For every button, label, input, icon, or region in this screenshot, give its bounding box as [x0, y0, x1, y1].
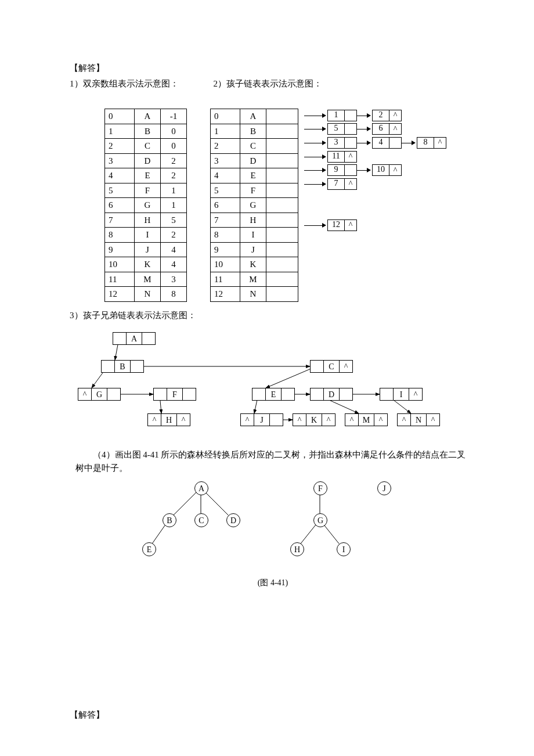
- table-cell: H: [240, 213, 266, 228]
- table-cell: 9: [211, 242, 240, 257]
- table-cell: H: [135, 213, 161, 228]
- cs-node: C^: [310, 360, 353, 373]
- table-cell: B: [135, 124, 161, 139]
- table-cell: A: [135, 109, 161, 124]
- arrow-icon: [304, 218, 327, 232]
- table-cell: D: [135, 153, 161, 168]
- table-cell: M: [135, 272, 161, 287]
- table-cell: 0: [161, 139, 187, 154]
- tree-node: C: [194, 513, 208, 527]
- chain-row: [304, 191, 446, 205]
- table-cell: N: [135, 287, 161, 302]
- subheading-3: 3）孩子兄弟链表表示法示意图：: [70, 309, 476, 322]
- svg-line-5: [266, 366, 316, 388]
- table-cell: [266, 183, 298, 198]
- figure-caption: (图 4-41): [70, 577, 476, 589]
- table-cell: G: [135, 198, 161, 213]
- table-cell: J: [135, 242, 161, 257]
- child-sibling-diagram: ABC^^GFEDI^^H^^J^K^^M^^N^: [78, 332, 484, 442]
- chain-node: 3: [327, 137, 357, 149]
- table-cell: [266, 139, 298, 154]
- cs-node: ^J: [240, 413, 283, 426]
- table-cell: 3: [161, 272, 187, 287]
- arrow-icon: [304, 164, 327, 177]
- chain-row: [304, 232, 446, 246]
- chain-row: [304, 260, 446, 273]
- chain-row: 910^: [304, 163, 446, 177]
- table-cell: C: [135, 139, 161, 154]
- cs-node: ^K^: [293, 413, 335, 426]
- table-cell: 5: [105, 183, 135, 198]
- table-cell: M: [240, 272, 266, 287]
- cs-node: A: [113, 332, 156, 345]
- tree-node: D: [226, 513, 240, 527]
- svg-line-14: [205, 492, 228, 515]
- cs-node: I^: [380, 388, 423, 401]
- table-cell: [266, 124, 298, 139]
- table-cell: B: [240, 124, 266, 139]
- tree-node: F: [313, 481, 327, 495]
- chain-row: [304, 273, 446, 287]
- chain-node: 12^: [327, 219, 357, 231]
- arrow-icon: [357, 123, 372, 136]
- cs-node: B: [101, 360, 144, 373]
- table-cell: [266, 198, 298, 213]
- table-cell: K: [135, 257, 161, 272]
- chain-row: 7^: [304, 177, 446, 191]
- table-cell: [266, 213, 298, 228]
- table-cell: 2: [161, 153, 187, 168]
- answer-heading-2: 【解答】: [70, 708, 476, 722]
- table-cell: 11: [105, 272, 135, 287]
- table-cell: C: [240, 139, 266, 154]
- chain-row: 12^: [304, 218, 446, 232]
- table-cell: [266, 272, 298, 287]
- question-4-text: （4）画出图 4-41 所示的森林经转换后所对应的二叉树，并指出森林中满足什么条…: [75, 448, 470, 474]
- table-cell: 8: [105, 228, 135, 243]
- table-cell: 4: [161, 257, 187, 272]
- cs-node: ^M^: [345, 413, 388, 426]
- table-cell: G: [240, 198, 266, 213]
- chain-node: 2^: [372, 110, 402, 121]
- chain-row: 56^: [304, 123, 446, 136]
- table-cell: J: [240, 242, 266, 257]
- svg-line-12: [174, 492, 196, 515]
- table-cell: 9: [105, 242, 135, 257]
- arrow-icon: [357, 109, 372, 122]
- table-cell: 1: [211, 124, 240, 139]
- cs-node: D: [310, 388, 353, 401]
- chain-node: 1: [327, 110, 357, 121]
- table-cell: 8: [161, 287, 187, 302]
- table-cell: E: [135, 168, 161, 183]
- table-cell: -1: [161, 109, 187, 124]
- arrow-icon: [304, 177, 327, 190]
- arrow-icon: [304, 123, 327, 136]
- table-cell: 12: [105, 287, 135, 302]
- table-cell: 1: [161, 198, 187, 213]
- svg-line-17: [301, 525, 316, 544]
- chain-node: 5: [327, 123, 357, 135]
- table-cell: [266, 109, 298, 124]
- chain-row: 11^: [304, 150, 446, 164]
- table-cell: 4: [161, 242, 187, 257]
- table-cell: N: [240, 287, 266, 302]
- tree-node: J: [377, 481, 391, 495]
- arrow-icon: [304, 136, 327, 149]
- table-cell: 10: [105, 257, 135, 272]
- chain-node: 7^: [327, 178, 357, 190]
- chain-node: 6^: [372, 123, 402, 135]
- table-cell: [266, 228, 298, 243]
- svg-line-15: [152, 525, 165, 543]
- tree-node: G: [313, 513, 327, 527]
- table-cell: 1: [105, 124, 135, 139]
- answer-heading: 【解答】: [70, 62, 476, 75]
- chain-row: 348^: [304, 136, 446, 150]
- chain-node: 10^: [372, 164, 402, 176]
- chain-node: 4: [372, 137, 402, 149]
- tree-node: E: [142, 542, 156, 556]
- chain-node: 9: [327, 164, 357, 176]
- table-cell: [266, 257, 298, 272]
- table-cell: 3: [211, 153, 240, 168]
- chain-node: 8^: [417, 137, 446, 149]
- table-cell: 2: [211, 139, 240, 154]
- table-cell: [266, 153, 298, 168]
